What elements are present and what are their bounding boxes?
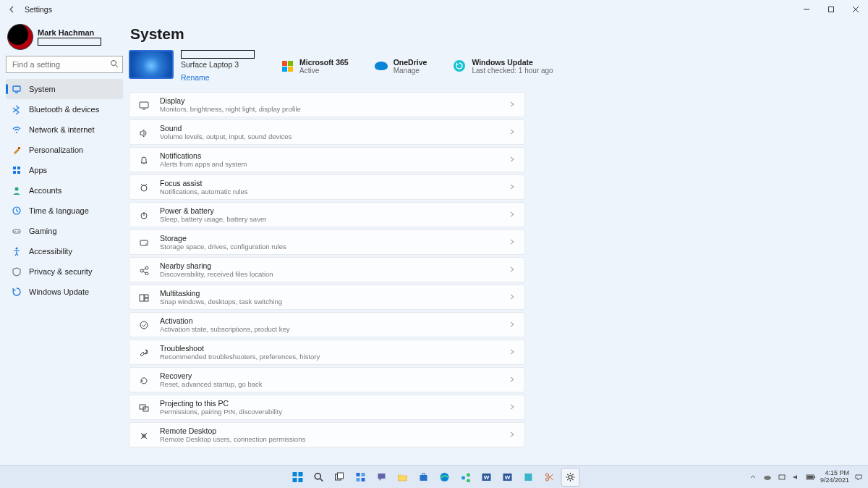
sidebar-item-system[interactable]: System [6, 79, 123, 99]
widgets-icon [356, 472, 366, 482]
device-wallpaper-thumb[interactable] [129, 50, 174, 79]
svg-point-6 [16, 132, 17, 133]
close-button[interactable] [843, 0, 868, 18]
status-m365-title: Microsoft 365 [299, 58, 349, 67]
widgets[interactable] [352, 468, 370, 487]
svg-rect-38 [293, 478, 297, 482]
back-button[interactable] [6, 3, 19, 16]
sidebar-item-bluetooth-devices[interactable]: Bluetooth & devices [6, 99, 123, 119]
taskbar-snip[interactable] [540, 468, 559, 487]
tray-battery-icon[interactable] [806, 472, 816, 482]
taskbar-share[interactable] [456, 468, 475, 487]
sidebar-item-gaming[interactable]: Gaming [6, 221, 123, 241]
search-input[interactable] [6, 56, 123, 73]
setting-card-troubleshoot[interactable]: TroubleshootRecommended troubleshooters,… [129, 340, 525, 365]
setting-card-display[interactable]: DisplayMonitors, brightness, night light… [129, 92, 525, 117]
svg-rect-4 [13, 86, 20, 91]
setting-card-activation[interactable]: ActivationActivation state, subscription… [129, 312, 525, 337]
setting-card-power-battery[interactable]: Power & batterySleep, battery usage, bat… [129, 202, 525, 227]
setting-card-recovery[interactable]: RecoveryReset, advanced startup, go back [129, 367, 525, 392]
taskbar-edge[interactable] [435, 468, 454, 487]
store-icon [419, 472, 429, 482]
svg-rect-47 [362, 478, 365, 481]
chevron-right-icon [509, 156, 516, 164]
setting-card-multitasking[interactable]: MultitaskingSnap windows, desktops, task… [129, 285, 525, 310]
sidebar-item-windows-update[interactable]: Windows Update [6, 282, 123, 302]
project-icon [138, 402, 150, 413]
card-sub: Snap windows, desktops, task switching [160, 298, 509, 306]
task-view[interactable] [331, 468, 349, 487]
tray-onedrive-icon[interactable] [762, 472, 773, 482]
sidebar-item-label: Apps [29, 166, 47, 174]
svg-rect-9 [17, 167, 20, 169]
tray-network-icon[interactable] [777, 472, 787, 482]
sidebar-item-apps[interactable]: Apps [6, 160, 123, 180]
remote-icon [138, 429, 150, 441]
taskbar-store[interactable] [414, 468, 433, 487]
profile-block[interactable]: Mark Hachman [7, 24, 122, 50]
sidebar-item-label: Accessibility [29, 247, 72, 256]
taskbar-settings[interactable] [561, 468, 580, 487]
window-title: Settings [25, 5, 52, 14]
tray-overflow[interactable] [748, 472, 758, 482]
status-m365-sub: Active [299, 67, 349, 75]
tray-volume-icon[interactable] [791, 472, 801, 482]
card-sub: Remote Desktop users, connection permiss… [160, 435, 509, 443]
status-windows-update[interactable]: Windows UpdateLast checked: 1 hour ago [453, 58, 553, 75]
tray-notifications-icon[interactable] [854, 472, 864, 482]
taskbar-word-1[interactable]: W [477, 468, 496, 487]
setting-card-projecting-to-this-pc[interactable]: Projecting to this PCPermissions, pairin… [129, 395, 525, 420]
taskbar-search[interactable] [310, 468, 328, 487]
taskbar-word-2[interactable]: W [498, 468, 517, 487]
taskbar-clock[interactable]: 4:15 PM 9/24/2021 [820, 470, 849, 484]
setting-card-storage[interactable]: StorageStorage space, drives, configurat… [129, 230, 525, 255]
sidebar-item-privacy-security[interactable]: Privacy & security [6, 261, 123, 282]
card-title: Activation [160, 316, 509, 325]
svg-point-27 [145, 266, 148, 269]
sidebar-item-label: System [29, 85, 56, 93]
taskbar-explorer[interactable] [393, 468, 412, 487]
app-icon [524, 472, 534, 482]
taskbar-app-1[interactable] [519, 468, 538, 487]
chevron-right-icon [509, 238, 516, 247]
card-title: Sound [160, 124, 509, 132]
status-onedrive[interactable]: OneDriveManage [375, 58, 427, 75]
sidebar-item-accounts[interactable]: Accounts [6, 180, 123, 201]
setting-card-notifications[interactable]: NotificationsAlerts from apps and system [129, 147, 525, 172]
setting-card-focus-assist[interactable]: Focus assistNotifications, automatic rul… [129, 174, 525, 200]
svg-rect-45 [362, 473, 365, 476]
scissors-icon [545, 472, 555, 482]
rename-link[interactable]: Rename [181, 73, 210, 82]
main-pane: System Surface Laptop 3 Rename Microsoft… [129, 18, 868, 465]
svg-rect-10 [13, 171, 16, 174]
card-title: Remote Desktop [160, 426, 509, 435]
minimize-button[interactable] [794, 0, 819, 18]
sidebar-item-personalization[interactable]: Personalization [6, 140, 123, 160]
sidebar-item-time-language[interactable]: Time & language [6, 201, 123, 221]
start-button[interactable] [289, 468, 307, 487]
accessibility-icon [12, 246, 22, 256]
sidebar-item-accessibility[interactable]: Accessibility [6, 241, 123, 261]
setting-card-nearby-sharing[interactable]: Nearby sharingDiscoverability, received … [129, 257, 525, 282]
chevron-right-icon [509, 211, 516, 219]
svg-rect-29 [140, 295, 144, 301]
card-title: Multitasking [160, 289, 509, 298]
sidebar-item-network-internet[interactable]: Network & internet [6, 119, 123, 140]
status-m365[interactable]: Microsoft 365Active [281, 58, 349, 75]
system-icon [12, 84, 22, 94]
system-tray: 4:15 PM 9/24/2021 [748, 470, 864, 484]
page-title: System [130, 25, 868, 43]
card-sub: Monitors, brightness, night light, displ… [160, 105, 509, 113]
bluetooth-icon [12, 104, 22, 114]
device-model: Surface Laptop 3 [181, 60, 255, 69]
svg-rect-73 [814, 476, 815, 478]
system-hero: Surface Laptop 3 Rename Microsoft 365Act… [129, 50, 868, 82]
maximize-button[interactable] [819, 0, 843, 18]
svg-point-16 [17, 231, 19, 232]
setting-card-sound[interactable]: SoundVolume levels, output, input, sound… [129, 119, 525, 145]
svg-rect-37 [299, 472, 303, 476]
svg-rect-31 [145, 298, 148, 301]
taskbar-chat[interactable] [373, 468, 391, 487]
setting-card-remote-desktop[interactable]: Remote DesktopRemote Desktop users, conn… [129, 422, 525, 447]
device-block: Surface Laptop 3 Rename [129, 50, 255, 82]
